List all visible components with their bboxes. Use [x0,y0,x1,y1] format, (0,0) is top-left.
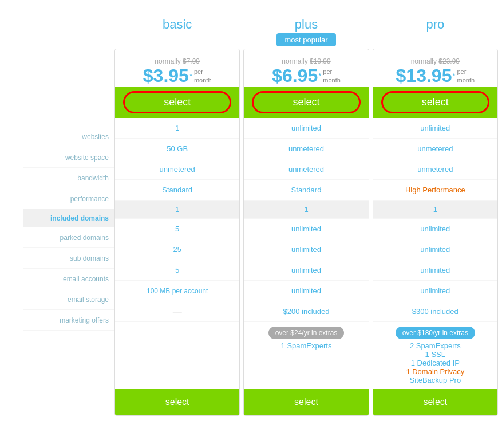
pro-select-top-container: select [373,87,497,118]
basic-email-accounts: 5 [115,260,239,281]
pro-email-storage: unlimited [373,281,497,301]
plus-select-bottom-button[interactable]: select [244,394,368,411]
label-bandwidth: bandwidth [23,168,114,188]
pro-included-domains: 1 [373,201,497,219]
pro-performance: High Performance [373,180,497,201]
pro-title-area: pro [373,17,498,46]
pro-select-bottom-container: select [373,389,497,415]
pro-select-bottom-button[interactable]: select [373,394,497,411]
plus-website-space: unmetered [244,139,368,159]
pro-website-space: unmetered [373,139,497,159]
plan-titles-row: basic plus most popular pro [114,17,498,46]
pro-email-accounts: unlimited [373,260,497,281]
plus-title-area: plus most popular [243,17,369,46]
plus-extras: over $24/yr in extras 1 SpamExperts [244,322,368,355]
plus-price-box: normally $10.99 $6.95* permonth [244,49,368,87]
label-email-storage: email storage [23,289,114,310]
plus-email-accounts: unlimited [244,260,368,281]
pro-extras: over $180/yr in extras 2 SpamExperts 1 S… [373,322,497,389]
basic-price-box: normally $7.99 $3.95* permonth [115,49,239,87]
label-website-space: website space [23,147,114,168]
most-popular-badge: most popular [276,33,335,46]
basic-asterisk: * [189,72,192,80]
label-performance: performance [23,188,114,209]
pro-parked-domains: unlimited [373,219,497,239]
pro-price: $13.95 [396,65,452,87]
plus-websites: unlimited [244,118,368,139]
label-websites: websites [23,127,114,147]
basic-sub-domains: 25 [115,239,239,260]
plus-performance: Standard [244,180,368,201]
basic-website-space: 50 GB [115,139,239,159]
pricing-page: basic plus most popular pro websites web… [11,11,498,422]
plus-bandwidth: unmetered [244,159,368,180]
label-email-accounts: email accounts [23,269,114,289]
plus-per-month: permonth [323,68,341,84]
plus-normal-price: $10.99 [310,57,331,65]
plus-included-domains: 1 [244,201,368,219]
basic-title-area: basic [114,17,240,46]
pro-title: pro [426,17,444,32]
basic-email-storage: 100 MB per account [115,281,239,301]
basic-websites: 1 [115,118,239,139]
left-labels: websites website space bandwidth perform… [23,49,114,416]
basic-bandwidth: unmetered [115,159,239,180]
basic-select-bottom-button[interactable]: select [115,394,239,411]
basic-normal-price: $7.99 [183,57,200,65]
pro-domain-privacy: 1 Domain Privacy [378,367,493,376]
pro-select-top-button[interactable]: select [381,91,489,113]
pro-spam-experts: 2 SpamExperts [378,341,493,350]
pro-sitebackup: SiteBackup Pro [378,376,493,384]
pro-sub-domains: unlimited [373,239,497,260]
basic-marketing-offers: — [115,301,239,322]
pro-column: normally $23.99 $13.95* permonth select … [373,49,498,416]
pro-asterisk: * [452,72,455,80]
label-parked-domains: parked domains [23,227,114,248]
basic-price: $3.95 [143,65,189,87]
plus-parked-domains: unlimited [244,219,368,239]
plus-extras-badge: over $24/yr in extras [268,327,345,339]
plus-sub-domains: unlimited [244,239,368,260]
basic-column: normally $7.99 $3.95* permonth select 1 … [114,49,240,416]
label-included-domains: included domains [23,209,114,227]
pro-websites: unlimited [373,118,497,139]
plus-price: $6.95 [272,65,318,87]
pro-normal-price: $23.99 [438,57,460,65]
plus-spam-experts: 1 SpamExperts [248,341,363,350]
pro-normally: normally $23.99 [379,57,492,65]
right-plans: normally $7.99 $3.95* permonth select 1 … [114,49,498,416]
basic-normally: normally $7.99 [121,57,234,65]
label-sub-domains: sub domains [23,248,114,269]
basic-per-month: permonth [194,68,212,84]
pro-per-month: permonth [457,68,475,84]
pro-ssl: 1 SSL [378,350,493,359]
plus-select-bottom-container: select [244,389,368,415]
pro-extras-badge: over $180/yr in extras [396,327,475,339]
plus-title: plus [243,17,369,32]
basic-select-bottom-container: select [115,389,239,415]
pro-dedicated-ip: 1 Dedicated IP [378,359,493,367]
pro-price-line: $13.95* permonth [379,65,492,87]
plus-email-storage: unlimited [244,281,368,301]
plus-marketing-offers: $200 included [244,301,368,322]
plus-normally: normally $10.99 [250,57,362,65]
pro-price-box: normally $23.99 $13.95* permonth [373,49,497,87]
plus-select-top-container: select [244,87,368,118]
basic-parked-domains: 5 [115,219,239,239]
plus-asterisk: * [318,72,321,80]
basic-select-top-button[interactable]: select [123,91,231,113]
basic-included-domains: 1 [115,201,239,219]
basic-select-top-container: select [115,87,239,118]
plus-column: normally $10.99 $6.95* permonth select u… [243,49,369,416]
plus-select-top-button[interactable]: select [252,91,360,113]
plus-price-line: $6.95* permonth [250,65,362,87]
main-layout: websites website space bandwidth perform… [23,49,498,416]
basic-performance: Standard [115,180,239,201]
basic-title: basic [163,17,192,32]
pro-marketing-offers: $300 included [373,301,497,322]
label-marketing-offers: marketing offers [23,310,114,331]
pro-bandwidth: unmetered [373,159,497,180]
basic-price-line: $3.95* permonth [121,65,234,87]
